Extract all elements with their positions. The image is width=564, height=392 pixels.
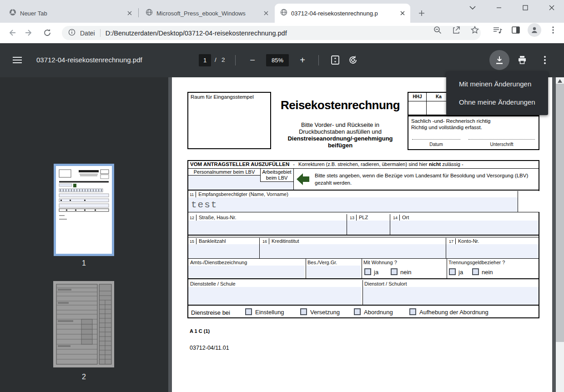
amtsbezeichnung-input[interactable] — [188, 266, 305, 278]
field-11-label: Empfangsberechtigter (Name, Vorname) — [198, 191, 288, 197]
versetzung-checkbox[interactable] — [300, 308, 307, 315]
download-options-menu: Mit meinen Änderungen Ohne meine Änderun… — [446, 71, 548, 115]
fit-to-page-icon[interactable] — [327, 52, 343, 68]
kreditinstitut-input[interactable] — [260, 244, 446, 258]
abordnung-checkbox[interactable] — [354, 308, 361, 315]
tab-title: Microsoft_Press_ebook_Windows — [156, 10, 258, 17]
forward-icon[interactable] — [22, 25, 36, 40]
profile-avatar[interactable] — [528, 23, 541, 37]
hhj-col2-header: Ka — [436, 94, 442, 99]
window-minimize-button[interactable] — [488, 0, 509, 15]
audit-line2: Richtig und vollständig erfasst. — [411, 124, 491, 131]
arbeitsgebiet-field[interactable] — [260, 182, 293, 190]
date-label: Datum — [412, 142, 460, 147]
rotate-page-icon[interactable] — [345, 52, 361, 68]
trennung-nein-checkbox[interactable] — [472, 268, 479, 275]
tab-reisekostenrechnung[interactable]: 03712-04-reisekostenrechnung.p — [275, 4, 410, 23]
zoom-level-input[interactable]: 85% — [266, 54, 289, 66]
media-controls-icon[interactable] — [492, 24, 504, 36]
chrome-icon — [9, 9, 16, 18]
share-icon[interactable] — [450, 24, 462, 36]
toolbar-divider — [318, 55, 319, 65]
field-15-number: 15 — [188, 238, 196, 244]
browser-menu-kebab-icon[interactable] — [547, 24, 559, 36]
besvergr-label: Bes./Verg.Gr. — [307, 259, 337, 265]
besvergr-input[interactable] — [307, 266, 361, 278]
page-2-thumbnail[interactable] — [53, 281, 114, 367]
trennung-ja-checkbox[interactable] — [449, 268, 456, 275]
audit-box: Sachlich -und- Rechnerisch richtig Richt… — [408, 116, 539, 150]
page-1-thumbnail-label[interactable]: 1 — [54, 259, 114, 267]
form-subtitle-line4: beifügen — [268, 142, 412, 149]
field-11-input[interactable]: test — [188, 197, 518, 212]
signature-label: Unterschrift — [468, 142, 535, 147]
tab-search-chevron[interactable] — [462, 0, 483, 15]
menu-item-with-changes[interactable]: Mit meinen Änderungen — [446, 75, 548, 93]
address-row-inputs[interactable] — [188, 221, 539, 235]
personalnummer-field[interactable] — [188, 176, 260, 190]
field-14-number: 14 — [392, 215, 400, 221]
bankleitzahl-input[interactable] — [188, 244, 259, 258]
lbv-note-line2: gezahlt werden. — [315, 179, 528, 186]
versetzung-label: Versetzung — [310, 309, 340, 316]
field-14-label-cell: 14 Ort — [392, 214, 409, 221]
trennungsgeld-label: Trennungsgeldbezieher ? — [448, 259, 505, 265]
dienstort-label: Dienstort / Schulort — [364, 281, 407, 286]
page-number-input[interactable]: 1 — [199, 54, 211, 66]
tab-close-icon[interactable] — [262, 9, 270, 17]
address-bar[interactable]: Datei D:/Benutzerdaten/Desktop/03712-04-… — [62, 26, 481, 40]
tab-close-icon[interactable] — [398, 9, 407, 17]
thumbnail-sidebar: 1 2 — [0, 77, 168, 392]
pdf-more-options-kebab-icon[interactable] — [537, 52, 553, 68]
wohnung-ja-label: ja — [374, 269, 378, 276]
info-icon[interactable] — [68, 29, 76, 38]
stamp-box-label: Raum für Eingangsstempel — [188, 93, 270, 101]
tab-neuer-tab[interactable]: Neuer Tab — [4, 4, 137, 23]
zoom-out-button[interactable]: − — [244, 52, 261, 68]
print-icon[interactable] — [514, 52, 530, 68]
aufhebung-label: Aufhebung der Abordnung — [419, 309, 488, 316]
field-16-label: Kreditinstitut — [272, 238, 299, 244]
form-code: A 1 C (1) — [190, 328, 210, 334]
field-15-label-cell: 15 Bankleitzahl — [188, 238, 226, 244]
wohnung-ja-checkbox[interactable] — [364, 268, 371, 275]
scrollbar-thumb[interactable] — [556, 84, 564, 342]
download-icon[interactable] — [491, 52, 508, 68]
page-1-thumbnail[interactable] — [56, 166, 112, 254]
green-arrow-icon — [297, 170, 310, 188]
field-11-side-cell — [518, 191, 540, 212]
amtsbezeichnung-label: Amts-/Dienstbezeichnung — [190, 259, 247, 265]
address-bar-row: Datei D:/Benutzerdaten/Desktop/03712-04-… — [0, 23, 564, 43]
reload-icon[interactable] — [40, 25, 55, 40]
menu-item-without-changes[interactable]: Ohne meine Änderungen — [446, 93, 548, 111]
zoom-in-button[interactable]: + — [294, 52, 311, 68]
zoom-out-page-icon[interactable] — [432, 24, 443, 36]
arbeitsgebiet-label-line1: Arbeitsgebiet — [260, 169, 293, 175]
dienstort-input[interactable] — [363, 287, 539, 305]
kontonr-input[interactable] — [446, 244, 539, 258]
tab-title: Neuer Tab — [20, 10, 122, 17]
page-2-thumbnail-label[interactable]: 2 — [54, 373, 114, 381]
section-header: VOM ANTRAGSTELLER AUSZUFÜLLEN - Korrektu… — [190, 161, 463, 167]
arbeitsgebiet-label-line2: beim LBV — [260, 175, 293, 181]
page-2-thumbnail-preview — [53, 281, 114, 367]
einstellung-checkbox[interactable] — [245, 308, 252, 315]
pdf-menu-hamburger-icon[interactable] — [9, 52, 25, 68]
tab-close-icon[interactable] — [126, 9, 134, 17]
new-tab-button[interactable] — [415, 6, 428, 20]
field-11-label-cell: 11 Empfangsberechtigter (Name, Vorname) — [188, 191, 288, 197]
bookmark-star-icon[interactable] — [469, 24, 481, 36]
field-12-number: 12 — [188, 215, 196, 221]
field-17-label-cell: 17 Konto-Nr. — [448, 238, 479, 244]
back-icon[interactable] — [5, 25, 19, 40]
tab-microsoft-press[interactable]: Microsoft_Press_ebook_Windows — [140, 4, 274, 23]
url-text: D:/Benutzerdaten/Desktop/03712-04-reisek… — [106, 30, 474, 37]
side-panel-icon[interactable] — [510, 24, 522, 36]
window-close-button[interactable] — [541, 0, 562, 15]
dienststelle-label: Dienststelle / Schule — [190, 281, 236, 286]
scroll-up-arrow[interactable] — [558, 79, 562, 83]
dienststelle-input[interactable] — [188, 287, 361, 305]
wohnung-nein-checkbox[interactable] — [391, 268, 398, 275]
aufhebung-checkbox[interactable] — [409, 308, 416, 315]
window-maximize-button[interactable] — [515, 0, 536, 15]
